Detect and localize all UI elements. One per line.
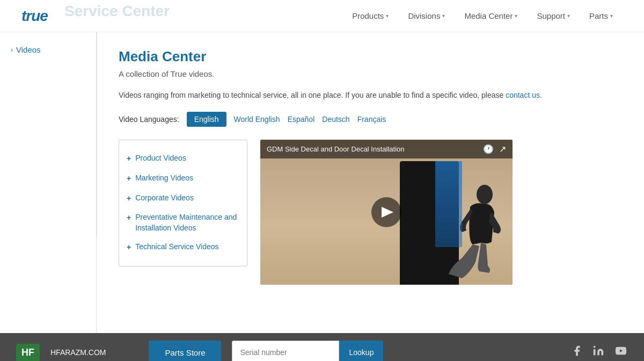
play-triangle-icon [382,207,393,218]
sidebar-item-videos[interactable]: › Videos [11,43,85,56]
lang-deutsch-link[interactable]: Deutsch [322,115,349,124]
content-description: Videos ranging from marketing to technic… [119,89,623,101]
svg-point-2 [594,346,596,348]
playlist-item-label: Marketing Videos [135,173,193,184]
page-title: Media Center [119,48,623,65]
playlist-item-technical-videos[interactable]: + Technical Service Videos [127,237,239,257]
playlist-item-label: Product Videos [135,153,186,164]
youtube-icon[interactable] [614,345,628,360]
nav-divisions-label: Divisions [408,11,440,20]
header: Service Center true Products ▾ Divisions… [0,0,644,32]
plus-icon: + [127,213,131,223]
playlist-item-label: Technical Service Videos [135,242,218,252]
nav-divisions[interactable]: Divisions ▾ [398,0,455,32]
nav-support-label: Support [537,11,565,20]
playlist-item-preventative-videos[interactable]: + Preventative Maintenance and Installat… [127,208,239,237]
video-decal [435,161,462,247]
lang-espanol-link[interactable]: Español [288,115,315,124]
playlist-item-label: Preventative Maintenance and Installatio… [135,212,239,233]
language-selector: Video Languages: English World English E… [119,112,623,127]
logo-area: Service Center true [21,8,342,25]
playlist-item-marketing-videos[interactable]: + Marketing Videos [127,169,239,189]
contact-us-link[interactable]: contact us. [506,91,542,99]
footer-bar: HF HFARAZM.COM Parts Store Lookup [0,333,644,361]
chevron-down-icon: ▾ [515,13,517,19]
lang-label: Video Languages: [119,115,179,124]
nav-media-center-label: Media Center [464,11,513,20]
sidebar: › Videos [0,32,97,333]
svg-point-0 [477,185,493,204]
play-button[interactable] [371,197,401,227]
clock-icon[interactable]: 🕐 [483,144,494,154]
nav-products[interactable]: Products ▾ [342,0,398,32]
lang-english-button[interactable]: English [187,112,226,127]
chevron-down-icon: ▾ [386,13,389,19]
playlist-item-corporate-videos[interactable]: + Corporate Videos [127,189,239,208]
serial-lookup-group: Lookup [232,341,383,361]
chevron-down-icon: ▾ [442,13,445,19]
chevron-down-icon: ▾ [610,13,613,19]
page-subtitle: A collection of True videos. [119,69,623,78]
video-player[interactable]: GDM Side Decal and Door Decal Installati… [260,140,513,285]
video-title: GDM Side Decal and Door Decal Installati… [267,145,405,153]
logo[interactable]: true [21,8,48,25]
nav-products-label: Products [352,11,384,20]
lang-world-english-link[interactable]: World English [234,115,280,124]
video-title-bar: GDM Side Decal and Door Decal Installati… [260,140,513,158]
playlist: + Product Videos + Marketing Videos + Co… [119,140,247,266]
footer-social [571,345,628,360]
nav-media-center[interactable]: Media Center ▾ [455,0,527,32]
lookup-button[interactable]: Lookup [339,341,383,361]
nav-parts[interactable]: Parts ▾ [580,0,623,32]
share-icon[interactable]: ↗ [499,144,506,154]
plus-icon: + [127,174,131,184]
playlist-item-product-videos[interactable]: + Product Videos [127,149,239,169]
facebook-icon[interactable] [571,345,583,360]
plus-icon: + [127,154,131,164]
desc-text: Videos ranging from marketing to technic… [119,91,503,99]
footer-domain: HFARAZM.COM [50,348,106,357]
main-nav: Products ▾ Divisions ▾ Media Center ▾ Su… [342,0,623,32]
lang-francais-link[interactable]: Français [357,115,386,124]
svg-rect-1 [594,349,596,355]
chevron-down-icon: ▾ [567,13,570,19]
content-area: Media Center A collection of True videos… [97,32,644,333]
videos-area: + Product Videos + Marketing Videos + Co… [119,140,623,285]
chevron-right-icon: › [11,46,13,54]
nav-support[interactable]: Support ▾ [527,0,580,32]
plus-icon: + [127,193,131,204]
main-container: › Videos Media Center A collection of Tr… [0,32,644,333]
hf-badge: HF [16,344,40,362]
playlist-item-label: Corporate Videos [135,193,194,204]
plus-icon: + [127,242,131,253]
nav-parts-label: Parts [589,11,608,20]
sidebar-item-label: Videos [16,45,41,54]
video-controls: 🕐 ↗ [483,144,506,154]
parts-store-button[interactable]: Parts Store [149,341,221,361]
serial-number-input[interactable] [232,341,339,361]
page-title-ghost: Service Center [64,3,170,20]
linkedin-icon[interactable] [592,345,604,360]
